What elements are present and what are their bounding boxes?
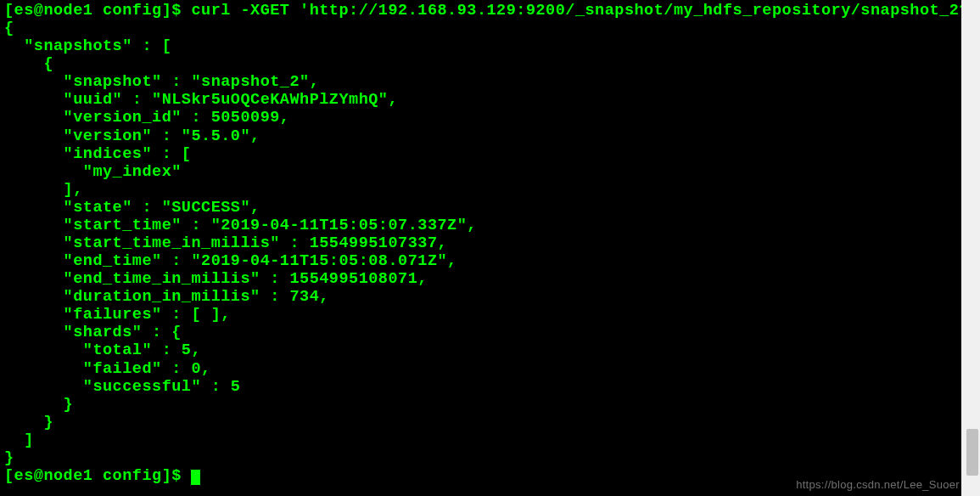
watermark-text: https://blog.csdn.net/Lee_Suoer <box>796 478 960 491</box>
cursor-icon <box>191 470 200 485</box>
shell-prompt: [es@node1 config]$ <box>4 2 191 20</box>
output-line: "end_time" : "2019-04-11T15:05:08.071Z", <box>4 252 457 270</box>
terminal-window[interactable]: [es@node1 config]$ curl -XGET 'http://19… <box>0 0 961 496</box>
output-line: "version_id" : 5050099, <box>4 109 289 127</box>
output-line: } <box>4 414 53 431</box>
scrollbar-track[interactable] <box>961 0 980 496</box>
shell-command: curl -XGET 'http://192.168.93.129:9200/_… <box>191 2 961 20</box>
output-line: "start_time_in_millis" : 1554995107337, <box>4 234 447 252</box>
output-line: "start_time" : "2019-04-11T15:05:07.337Z… <box>4 217 477 234</box>
output-line: "uuid" : "NLSkr5uOQCeKAWhPlZYmhQ", <box>4 91 398 109</box>
output-line: "snapshot" : "snapshot_2", <box>4 73 319 91</box>
output-line: { <box>4 20 14 37</box>
output-line: "failures" : [ ], <box>4 306 231 324</box>
output-line: "end_time_in_millis" : 1554995108071, <box>4 270 428 288</box>
scrollbar-thumb[interactable] <box>966 429 978 476</box>
output-line: } <box>4 396 73 414</box>
output-line: } <box>4 449 14 467</box>
output-line: { <box>4 55 53 73</box>
output-line: ], <box>4 181 83 199</box>
output-line: "total" : 5, <box>4 341 201 359</box>
output-line: "successful" : 5 <box>4 378 240 396</box>
output-line: "indices" : [ <box>4 145 191 163</box>
output-line: "my_index" <box>4 163 182 181</box>
output-line: "duration_in_millis" : 734, <box>4 288 329 306</box>
output-line: ] <box>4 431 34 449</box>
output-line: "snapshots" : [ <box>4 37 171 55</box>
output-line: "state" : "SUCCESS", <box>4 199 260 217</box>
output-line: "shards" : { <box>4 324 182 341</box>
shell-prompt: [es@node1 config]$ <box>4 467 191 485</box>
output-line: "version" : "5.5.0", <box>4 127 260 145</box>
output-line: "failed" : 0, <box>4 360 211 378</box>
